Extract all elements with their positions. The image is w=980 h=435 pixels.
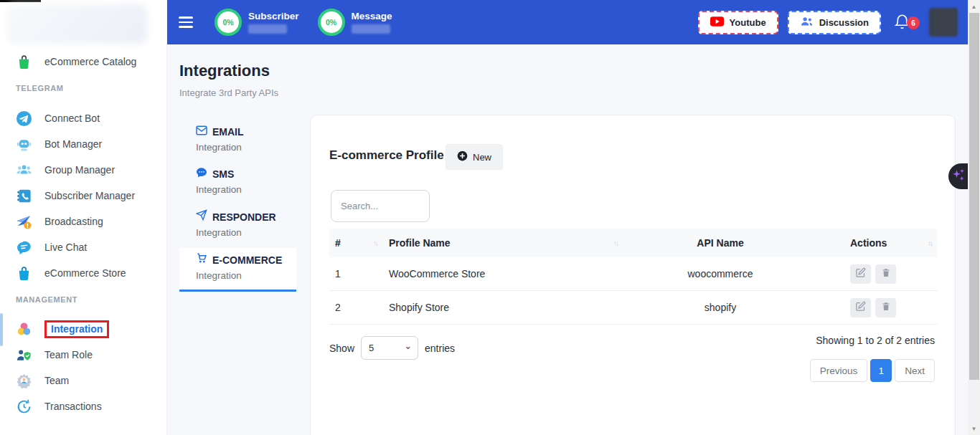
sidebar-item-group-manager[interactable]: Group Manager (0, 157, 166, 183)
sidebar-item-label: Live Chat (44, 242, 87, 253)
card-title: E-commerce Profile (329, 148, 444, 163)
sidebar-item-bot-manager[interactable]: Bot Manager (0, 131, 166, 157)
entries-label: entries (425, 343, 455, 354)
hamburger-menu-icon[interactable] (179, 16, 193, 27)
app-logo-blurred (7, 4, 147, 44)
show-label: Show (329, 343, 354, 354)
notifications-bell[interactable]: 6 (895, 13, 913, 32)
search-input[interactable] (331, 190, 430, 222)
clock-history-icon (16, 398, 32, 415)
subnav-ecommerce-title: E-COMMERCE (212, 253, 282, 267)
sidebar-item-label-integration-annotated: Integration (44, 320, 109, 338)
table-row: 2 Shopify Store shopify (329, 291, 938, 325)
sidebar-section-management: MANAGEMENT (0, 293, 166, 306)
message-stat-label: Message (352, 11, 392, 21)
sidebar-item-label: Group Manager (44, 164, 115, 176)
subnav-item-ecommerce[interactable]: E-COMMERCE Integration (179, 248, 296, 292)
next-page-button[interactable]: Next (895, 359, 935, 382)
row-num: 1 (329, 257, 383, 291)
sort-icon[interactable]: ↑↓ (613, 239, 618, 247)
subnav-sms-subtitle: Integration (196, 183, 296, 197)
sidebar-item-team-role[interactable]: Team Role (0, 342, 166, 368)
sidebar: eCommerce Catalog TELEGRAM Connect Bot B… (0, 0, 167, 435)
subnav-email-subtitle: Integration (196, 140, 296, 155)
page-scrollbar[interactable]: ▲ ▼ (968, 0, 980, 435)
youtube-button[interactable]: Youtube (698, 11, 778, 34)
broadcast-plane-icon (16, 214, 32, 230)
shopping-bag-icon (16, 265, 32, 282)
sidebar-item-integration[interactable]: Integration (0, 316, 166, 342)
show-entries-control: Show 5 ⌄ entries (329, 336, 455, 360)
main-content: Integrations Integrate 3rd Party APIs EM… (167, 44, 968, 435)
page-title: Integrations (179, 62, 270, 80)
delete-button[interactable] (875, 298, 896, 317)
subscriber-stat-label: Subscriber (248, 11, 299, 21)
robot-icon (16, 136, 32, 153)
sidebar-item-label: Team (44, 375, 69, 386)
sidebar-item-ecommerce-store[interactable]: eCommerce Store (0, 260, 166, 286)
subnav-item-email[interactable]: EMAIL Integration (179, 120, 296, 159)
user-avatar[interactable] (929, 8, 958, 37)
subnav-sms-title: SMS (212, 167, 234, 181)
sparkles-icon (951, 167, 966, 186)
sidebar-item-subscriber-manager[interactable]: Subscriber Manager (0, 183, 166, 209)
sidebar-item-connect-bot[interactable]: Connect Bot (0, 105, 166, 131)
sidebar-item-team[interactable]: Team (0, 368, 166, 393)
discussion-button[interactable]: Discussion (788, 11, 881, 34)
column-header-profile-name[interactable]: Profile Name↑↓ (383, 229, 623, 257)
group-icon (16, 162, 32, 178)
edit-pencil-icon (855, 301, 866, 314)
profiles-table: #↑↓ Profile Name↑↓ API Name Actions↑↓ 1 (329, 229, 938, 325)
scrollbar-up-arrow[interactable]: ▲ (968, 1, 980, 11)
integration-subnav: EMAIL Integration SMS Integration RESPON… (179, 120, 296, 295)
cart-icon (196, 252, 207, 267)
chat-bubble-icon (16, 239, 32, 256)
sidebar-item-transactions[interactable]: Transactions (0, 393, 166, 419)
sidebar-item-live-chat[interactable]: Live Chat (0, 234, 166, 260)
youtube-button-label: Youtube (730, 17, 766, 28)
sort-icon[interactable]: ↑↓ (928, 239, 932, 247)
youtube-icon (710, 16, 724, 29)
edit-pencil-icon (855, 267, 866, 280)
sidebar-item-ecommerce-catalog[interactable]: eCommerce Catalog (0, 49, 166, 75)
telegram-icon (16, 110, 32, 127)
row-profile-name: Shopify Store (383, 291, 623, 325)
sidebar-item-label: Bot Manager (44, 138, 102, 150)
window-edge-artifact (0, 0, 41, 2)
table-header-row: #↑↓ Profile Name↑↓ API Name Actions↑↓ (329, 229, 938, 257)
page-subtitle: Integrate 3rd Party APIs (179, 87, 278, 98)
subnav-email-title: EMAIL (212, 125, 244, 139)
subnav-item-responder[interactable]: RESPONDER Integration (179, 205, 296, 244)
sort-icon[interactable]: ↑↓ (373, 239, 377, 247)
subnav-item-sms[interactable]: SMS Integration (179, 163, 296, 201)
column-header-actions[interactable]: Actions↑↓ (817, 229, 938, 257)
table-row: 1 WooCommerce Store woocommerce (329, 257, 938, 291)
scrollbar-down-arrow[interactable]: ▼ (968, 424, 980, 434)
ai-assistant-button[interactable] (948, 163, 968, 189)
topbar: 0% Subscriber 0% Message Youtube Discuss… (167, 0, 968, 44)
previous-page-button[interactable]: Previous (810, 359, 868, 382)
scrollbar-thumb[interactable] (969, 13, 979, 380)
plus-circle-icon (457, 150, 468, 163)
sidebar-item-label: eCommerce Catalog (44, 56, 136, 67)
row-profile-name: WooCommerce Store (383, 257, 623, 291)
entries-select[interactable]: 5 (361, 336, 418, 360)
column-header-num[interactable]: #↑↓ (329, 229, 383, 257)
pagination: Previous 1 Next (810, 359, 935, 382)
page-number-button[interactable]: 1 (870, 359, 892, 382)
sidebar-item-broadcasting[interactable]: Broadcasting (0, 209, 166, 234)
discussion-button-label: Discussion (819, 17, 869, 28)
delete-button[interactable] (875, 264, 896, 284)
person-shield-icon (16, 347, 32, 363)
message-stat: 0% Message (318, 9, 392, 36)
new-profile-button[interactable]: New (446, 144, 503, 170)
users-icon (800, 16, 814, 29)
column-header-api-name[interactable]: API Name (623, 229, 817, 257)
row-api-name: shopify (623, 291, 817, 325)
edit-button[interactable] (850, 298, 871, 317)
subnav-ecommerce-subtitle: Integration (196, 269, 296, 283)
sidebar-menu: eCommerce Catalog TELEGRAM Connect Bot B… (0, 49, 166, 419)
sms-bubble-icon (196, 167, 207, 181)
edit-button[interactable] (850, 264, 871, 284)
subnav-responder-title: RESPONDER (212, 210, 276, 224)
